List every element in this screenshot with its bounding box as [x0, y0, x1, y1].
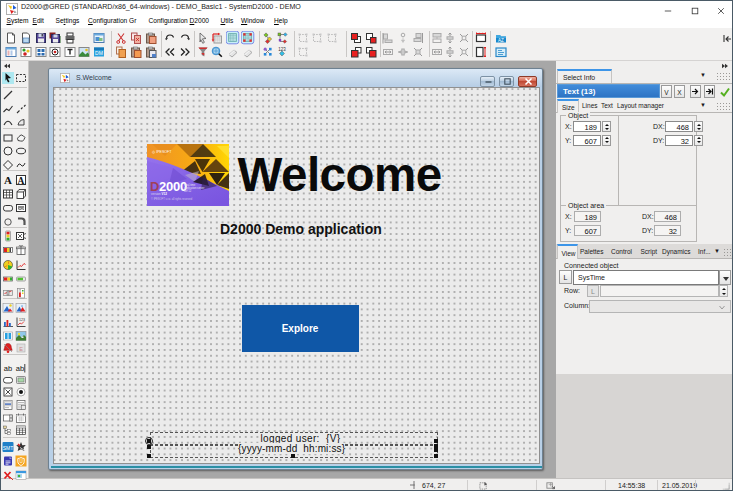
svg-text:E: E [19, 346, 23, 352]
svg-text:ver 12: ver 12 [184, 189, 192, 193]
svg-text:◎ IPESOFT: ◎ IPESOFT [152, 150, 172, 154]
svg-text:ab: ab [3, 364, 11, 373]
svg-text:ab: ab [16, 364, 24, 373]
svg-text:SMT: SMT [2, 444, 13, 450]
svg-text:DM: DM [95, 50, 103, 56]
svg-text:A: A [4, 174, 12, 186]
svg-text:version V12: version V12 [151, 192, 167, 196]
svg-text:123: 123 [278, 47, 286, 52]
svg-text:A: A [18, 176, 25, 186]
svg-text:123: 123 [19, 318, 25, 322]
svg-text:U: U [19, 459, 22, 464]
svg-text:© IPESOFT s.r.o. all rights re: © IPESOFT s.r.o. all rights reserved [151, 197, 193, 201]
svg-text:AZ: AZ [498, 38, 504, 43]
